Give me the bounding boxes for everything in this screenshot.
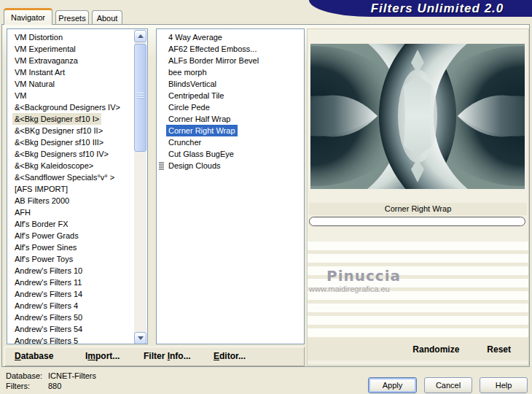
randomize-button[interactable]: Randomize: [412, 344, 459, 355]
list-item[interactable]: 4 Way Average: [166, 31, 224, 43]
import-button[interactable]: Import...: [85, 351, 120, 361]
tab-about[interactable]: About: [92, 10, 122, 25]
list-item[interactable]: Alf's Power Grads: [12, 230, 81, 242]
list-item[interactable]: VM Instant Art: [12, 66, 67, 78]
list-item[interactable]: &<BKg Designer sf10 II>: [12, 125, 105, 136]
preview-image: [310, 44, 525, 189]
list-item[interactable]: Andrew's Filters 14: [12, 288, 85, 300]
list-item[interactable]: VM: [12, 90, 29, 101]
list-item[interactable]: VM Distortion: [12, 31, 65, 43]
list-item[interactable]: BlindsVertical: [166, 78, 219, 90]
database-button[interactable]: Database: [15, 351, 53, 361]
list-item[interactable]: &<Sandflower Specials°v° >: [12, 171, 117, 183]
list-item[interactable]: Alf's Border FX: [12, 218, 71, 230]
watermark-name: Pinuccia: [326, 267, 401, 285]
list-item[interactable]: AB Filters 2000: [12, 195, 71, 206]
help-button[interactable]: Help: [480, 377, 528, 393]
bottom-toolbar: Database Import... Filter Info... Editor…: [4, 347, 305, 366]
selected-filter-name: Corner Right Wrap: [309, 203, 527, 215]
list-item[interactable]: &<Background Designers IV>: [12, 101, 122, 113]
list-item[interactable]: &<Bkg Designer sf10 I>: [12, 113, 101, 125]
watermark-url: www.maidiregrafica.eu: [309, 285, 390, 293]
list-item[interactable]: Alf's Power Toys: [12, 253, 75, 265]
tab-navigator[interactable]: Navigator: [4, 8, 52, 25]
list-item[interactable]: Corner Right Wrap: [166, 125, 238, 136]
preview-panel: Corner Right Wrap Pinuccia www.maidiregr…: [307, 28, 529, 366]
navigator-tab-page: VM DistortionVM ExperimentalVM Extravaga…: [1, 24, 530, 367]
category-list[interactable]: VM DistortionVM ExperimentalVM Extravaga…: [7, 28, 148, 344]
database-status-label: Database:: [6, 371, 42, 380]
list-item[interactable]: Circle Pede: [166, 101, 212, 113]
control-slider[interactable]: [309, 217, 525, 226]
list-item[interactable]: &<Bkg Kaleidoscope>: [12, 160, 95, 171]
list-item[interactable]: Alf's Power Sines: [12, 242, 79, 253]
window-title: Filters Unlimited 2.0: [309, 0, 532, 17]
reset-button[interactable]: Reset: [487, 344, 511, 355]
list-item[interactable]: Corner Half Wrap: [166, 113, 232, 125]
filters-count-value: 880: [48, 382, 61, 390]
list-item[interactable]: Andrew's Filters 54: [12, 323, 85, 335]
tab-presets[interactable]: Presets: [55, 10, 89, 25]
filter-info-button[interactable]: Filter Info...: [144, 351, 191, 361]
list-item[interactable]: Andrew's Filters 50: [12, 312, 85, 323]
list-item[interactable]: &<Bkg Designers sf10 IV>: [12, 148, 111, 160]
filters-count-label: Filters:: [6, 382, 30, 390]
filter-list[interactable]: 4 Way AverageAF62 Effected Emboss...ALFs…: [156, 28, 305, 344]
list-item[interactable]: &<Bkg Designer sf10 III>: [12, 136, 106, 148]
editor-button[interactable]: Editor...: [214, 351, 246, 361]
list-item[interactable]: ALFs Border Mirror Bevel: [166, 55, 261, 66]
list-item[interactable]: Centripedal Tile: [166, 90, 226, 101]
list-item[interactable]: VM Natural: [12, 78, 57, 90]
list-item[interactable]: [AFS IMPORT]: [12, 183, 70, 195]
list-item[interactable]: Andrew's Filters 5: [12, 335, 80, 344]
list-item[interactable]: AF62 Effected Emboss...: [166, 43, 259, 55]
scrollbar-down-button[interactable]: [134, 332, 146, 344]
scrollbar[interactable]: [134, 30, 146, 344]
database-status-value: ICNET-Filters: [48, 371, 96, 380]
scrollbar-up-button[interactable]: [134, 30, 146, 42]
list-item[interactable]: AFH: [12, 206, 33, 218]
list-item[interactable]: Andrew's Filters 10: [12, 265, 85, 277]
chevron-down-icon: [138, 336, 144, 340]
list-item[interactable]: bee morph: [166, 66, 209, 78]
list-item[interactable]: Andrew's Filters 4: [12, 300, 80, 312]
list-item[interactable]: Cut Glass BugEye: [166, 148, 236, 160]
list-item[interactable]: VM Experimental: [12, 43, 78, 55]
list-item[interactable]: Cruncher: [166, 136, 203, 148]
cancel-button[interactable]: Cancel: [424, 377, 472, 393]
apply-button[interactable]: Apply: [368, 377, 417, 393]
list-item[interactable]: Andrew's Filters 11: [12, 277, 84, 288]
preview-toolbar: Randomize Reset: [308, 339, 528, 360]
list-item[interactable]: VM Extravaganza: [12, 55, 80, 66]
list-item[interactable]: Design Clouds: [166, 160, 223, 171]
scrollbar-thumb[interactable]: [134, 44, 146, 152]
chevron-up-icon: [138, 34, 144, 38]
